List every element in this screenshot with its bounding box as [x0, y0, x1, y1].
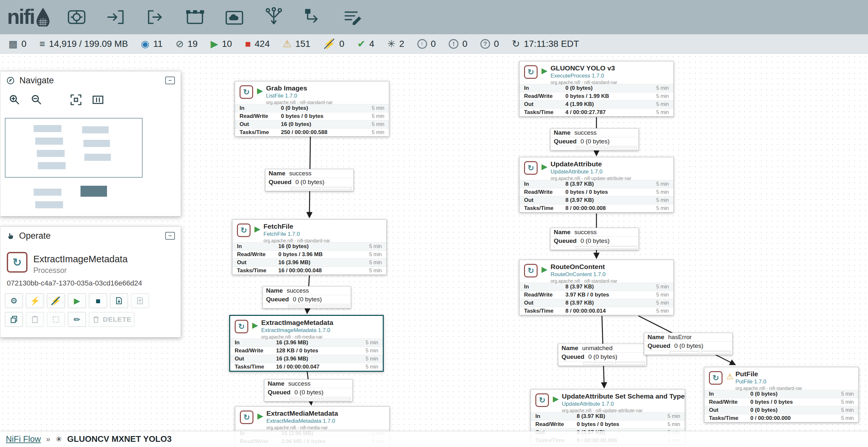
stat-row-read-write: Read/Write3.97 KB / 0 bytes5 min: [520, 291, 673, 299]
copy-button[interactable]: [5, 312, 23, 327]
label-component-icon[interactable]: [340, 6, 365, 28]
operate-title: Operate: [19, 231, 51, 241]
remote-process-group-component-icon[interactable]: [222, 6, 247, 28]
connection-label-unmatched[interactable]: NameunmatchedQueued0 (0 bytes): [558, 344, 647, 366]
top-toolbar: nifi: [0, 0, 868, 34]
processor-putfile[interactable]: ↻⚠PutFilePutFile 1.7.0org.apache.nifi - …: [704, 367, 859, 422]
input-port-component-icon[interactable]: [103, 6, 129, 28]
connection-label-success[interactable]: NamesuccessQueued0 (0 bytes): [264, 379, 353, 402]
create-template-icon: [115, 297, 123, 305]
processor-grab-images[interactable]: ↻▶Grab ImagesListFile 1.7.0org.apache.ni…: [235, 81, 389, 137]
selected-component-type: Processor: [33, 266, 67, 275]
connection-label-hasError[interactable]: NamehasErrorQueued0 (0 bytes): [644, 333, 733, 355]
breadcrumb-current-group: GLUONCV MXNET YOLO3: [67, 434, 172, 444]
queued-count: 14,919 / 199.09 MB: [49, 39, 128, 49]
locally-modified-icon: ✳: [387, 39, 395, 49]
zoom-in-button[interactable]: [7, 93, 22, 107]
status-bar: ▦0≡14,919 / 199.09 MB◉11⊘19▶10■424⚠151⚡0…: [0, 34, 868, 54]
processor-class: ExecuteProcess 1.7.0: [551, 73, 670, 79]
start-icon: ▶: [74, 296, 80, 306]
processor-component-icon[interactable]: [64, 6, 89, 28]
running-status-icon: ▶: [541, 67, 547, 75]
connection-queued-value: 0 (0 bytes): [581, 138, 610, 145]
navigate-title: Navigate: [20, 76, 54, 85]
locally-modified-icon: ✳: [56, 435, 62, 444]
stat-row-read-write: Read/Write0 bytes / 0 bytes5 min: [531, 420, 685, 428]
output-port-component-icon[interactable]: [143, 6, 168, 28]
status-queued: ≡14,919 / 199.09 MB: [39, 39, 128, 49]
connection-name-label: Name: [561, 345, 578, 352]
enable-button[interactable]: ⚡: [26, 293, 44, 308]
funnel-component-icon[interactable]: [261, 6, 286, 28]
stat-row-tasks-time: Tasks/Time8 / 00:00:00.0145 min: [520, 307, 673, 315]
fill-color-button[interactable]: ✏: [68, 312, 86, 327]
processor-gluoncv-yolo-v3[interactable]: ↻▶GLUONCV YOLO v3ExecuteProcess 1.7.0org…: [519, 61, 674, 116]
connection-name-value: success: [575, 129, 597, 136]
minimap-viewport[interactable]: [5, 118, 143, 178]
stat-row-read-write: Read/Write128 KB / 0 bytes5 min: [230, 347, 383, 355]
stop-icon: ■: [95, 296, 100, 306]
running-status-icon: ▶: [252, 321, 258, 329]
template-component-icon[interactable]: [301, 6, 326, 28]
processor-bundle: org.apache.nifi - nifi-media-nar: [267, 425, 386, 430]
connection-label-success[interactable]: NamesuccessQueued0 (0 bytes): [550, 228, 639, 250]
processor-header: ↻▶ExtractImageMetadataExtractImageMetada…: [230, 316, 383, 339]
stat-row-tasks-time: Tasks/Time8 / 00:00:00.0085 min: [520, 204, 673, 212]
refresh-icon[interactable]: ↻: [512, 39, 520, 49]
stale-count: 0: [431, 39, 436, 49]
status-disabled: ⚡0: [323, 39, 344, 49]
zoom-fit-button[interactable]: [69, 93, 83, 107]
processor-title: UpdateAttribute Set Schema and Type: [562, 392, 681, 400]
paste-button[interactable]: [26, 312, 44, 327]
stat-row-tasks-time: Tasks/Time16 / 00:00:00.0485 min: [232, 267, 386, 275]
minimap-component-block: [35, 201, 63, 208]
up-to-date-count: 4: [369, 39, 374, 49]
nifi-logo: nifi: [7, 8, 51, 27]
connection-queued-row: Queued0 (0 bytes): [551, 137, 639, 146]
processor-fetchfile[interactable]: ↻▶FetchFileFetchFile 1.7.0org.apache.nif…: [232, 219, 386, 275]
zoom-out-button[interactable]: [29, 93, 44, 107]
processor-routeoncontent[interactable]: ↻▶RouteOnContentRouteOnContent 1.7.0org.…: [519, 260, 674, 315]
selected-component-icon: ↻: [7, 252, 28, 273]
enable-icon: ⚡: [30, 296, 40, 306]
connection-label-success[interactable]: NamesuccessQueued0 (0 bytes): [550, 128, 639, 150]
connection-label-success[interactable]: NamesuccessQueued0 (0 bytes): [265, 169, 354, 191]
connection-name-label: Name: [648, 334, 664, 341]
connection-queued-row: Queued0 (0 bytes): [263, 295, 351, 304]
connection-name-value: success: [289, 170, 312, 177]
connection-name-row: Namesuccess: [265, 379, 352, 388]
stat-row-read-write: Read/Write0 bytes / 3.96 MB5 min: [232, 250, 386, 259]
connection-label-success[interactable]: NamesuccessQueued0 (0 bytes): [262, 286, 351, 308]
processor-type-icon: ↻: [709, 371, 722, 385]
group-button[interactable]: [47, 312, 65, 327]
navigate-collapse-button[interactable]: −: [165, 76, 175, 84]
flow-canvas[interactable]: Navigate − Operate −: [0, 54, 868, 447]
status-locally-modified-stale: !0: [449, 39, 467, 49]
connection-queued-label: Queued: [554, 237, 577, 244]
queued-icon: ≡: [39, 39, 45, 49]
disable-button[interactable]: ⚡: [47, 293, 65, 308]
processor-update-attribute[interactable]: ↻▶UpdateAttributeUpdateAttribute 1.7.0or…: [519, 157, 674, 212]
stop-button[interactable]: ■: [89, 293, 107, 308]
create-template-button[interactable]: [110, 293, 128, 308]
upload-template-icon: [136, 297, 144, 305]
connection-name-label: Name: [268, 380, 284, 387]
not-transmitting-icon: ⊘: [176, 39, 184, 49]
connection-queued-value: 0 (0 bytes): [294, 389, 323, 396]
zoom-actual-size-button[interactable]: [91, 93, 105, 107]
operate-collapse-button[interactable]: −: [165, 232, 175, 240]
fill-color-icon: ✏: [74, 315, 81, 324]
selected-component-name: ExtractImageMetadata: [33, 254, 128, 265]
active-threads-count: 0: [21, 39, 27, 49]
delete-button[interactable]: DELETE: [89, 312, 134, 327]
processor-extract-image-metadata[interactable]: ↻▶ExtractImageMetadataExtractImageMetada…: [229, 315, 384, 372]
connection-queue-indicator: [266, 187, 353, 191]
connection-queued-value: 0 (0 bytes): [296, 179, 324, 186]
upload-template-button[interactable]: [131, 293, 149, 308]
connection-queued-row: Queued0 (0 bytes): [644, 342, 732, 350]
start-button[interactable]: ▶: [68, 293, 86, 308]
settings-button[interactable]: ⚙: [5, 293, 23, 308]
breadcrumb-root-link[interactable]: NiFi Flow: [6, 434, 41, 444]
processor-bundle: org.apache.nifi - nifi-standard-nar: [551, 80, 670, 85]
process-group-component-icon[interactable]: [182, 6, 208, 28]
